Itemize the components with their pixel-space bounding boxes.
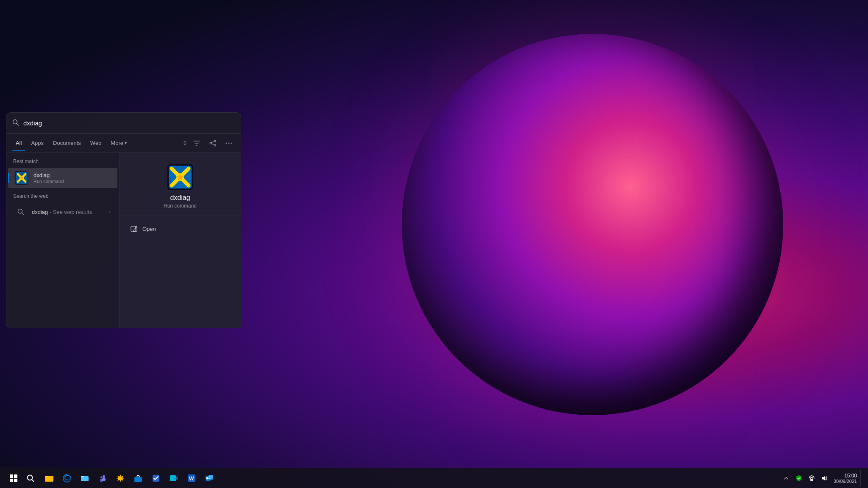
tray-chevron-up[interactable]: [780, 472, 792, 484]
svg-point-8: [228, 142, 230, 144]
app-detail: dxdiag Run command: [120, 152, 241, 216]
best-match-subtitle: Run command: [33, 179, 111, 184]
taskbar-app-file-explorer[interactable]: [41, 470, 58, 487]
desktop-orb: [402, 34, 783, 415]
app-detail-icon: [167, 164, 193, 190]
taskbar-app-clipchamp[interactable]: [165, 470, 182, 487]
web-search-icon: [15, 206, 27, 218]
filter-button[interactable]: [191, 137, 203, 149]
svg-rect-32: [102, 478, 106, 481]
search-web-text: dxdiag - See web results: [32, 209, 109, 215]
svg-line-24: [32, 480, 34, 482]
app-actions: Open: [120, 216, 241, 241]
svg-rect-26: [45, 476, 48, 477]
svg-rect-20: [14, 474, 17, 478]
open-icon: [130, 225, 138, 233]
open-action[interactable]: Open: [126, 222, 234, 236]
taskbar-search-button[interactable]: [22, 470, 39, 487]
app-detail-subtitle: Run command: [164, 203, 197, 209]
clock-area[interactable]: 15:00 30/09/2021: [830, 472, 860, 485]
tabs-row: All Apps Documents Web More ▾ 0: [6, 134, 241, 152]
svg-text:W: W: [189, 476, 194, 482]
taskbar-app-todo[interactable]: [147, 470, 164, 487]
search-web-item[interactable]: dxdiag - See web results ›: [8, 202, 117, 221]
svg-point-41: [206, 477, 209, 479]
taskbar-app-store[interactable]: [130, 470, 147, 487]
taskbar-app-outlook[interactable]: [201, 470, 218, 487]
filter-count: 0: [184, 140, 186, 146]
taskbar-app-photos[interactable]: [112, 470, 129, 487]
search-icon: [12, 119, 19, 128]
clock-time: 15:00: [844, 473, 857, 479]
search-input[interactable]: [23, 119, 235, 127]
svg-line-1: [17, 123, 19, 125]
desktop: All Apps Documents Web More ▾ 0: [0, 0, 868, 488]
tray-security-icon[interactable]: [793, 472, 805, 484]
svg-line-6: [211, 144, 214, 145]
taskbar-app-edge[interactable]: [58, 470, 75, 487]
svg-point-3: [210, 142, 211, 144]
show-desktop-button[interactable]: [860, 470, 863, 487]
best-match-item[interactable]: dxdiag Run command: [8, 168, 117, 188]
dxdiag-result-icon: [15, 171, 28, 185]
tray-volume-icon[interactable]: [818, 472, 830, 484]
open-label: Open: [142, 226, 156, 232]
search-bar: [6, 113, 241, 134]
svg-rect-35: [170, 475, 176, 481]
search-content: Best match: [6, 152, 241, 328]
tab-all[interactable]: All: [12, 138, 25, 148]
share-button[interactable]: [207, 137, 219, 149]
clock-date: 30/09/2021: [834, 479, 857, 484]
start-button[interactable]: [5, 470, 22, 487]
taskbar-app-teams[interactable]: [94, 470, 111, 487]
search-web-arrow: ›: [109, 209, 111, 215]
taskbar-app-word[interactable]: W: [183, 470, 200, 487]
taskbar-apps: W: [41, 470, 410, 487]
svg-point-7: [226, 142, 227, 144]
svg-point-29: [103, 475, 105, 478]
taskbar: W: [0, 468, 868, 488]
tab-documents[interactable]: Documents: [50, 138, 84, 148]
best-match-label: Best match: [6, 158, 119, 168]
taskbar-app-folder[interactable]: [76, 470, 93, 487]
tab-apps[interactable]: Apps: [28, 138, 47, 148]
svg-rect-19: [10, 474, 13, 478]
svg-rect-28: [81, 476, 84, 477]
app-detail-name: dxdiag: [170, 194, 190, 202]
left-panel: Best match: [6, 152, 120, 328]
svg-rect-22: [14, 479, 17, 482]
tab-more[interactable]: More ▾: [107, 138, 130, 148]
search-web-suffix: - See web results: [50, 209, 92, 215]
svg-point-30: [100, 476, 103, 478]
search-web-query: dxdiag - See web results: [32, 209, 109, 215]
best-match-name: dxdiag: [33, 172, 111, 178]
svg-point-9: [231, 142, 232, 144]
svg-point-2: [214, 140, 216, 142]
svg-line-5: [211, 141, 214, 143]
svg-point-4: [214, 144, 216, 146]
tray-network-icon[interactable]: [806, 472, 818, 484]
svg-line-14: [22, 213, 24, 215]
tabs-actions: 0: [184, 137, 235, 149]
system-tray: [780, 472, 830, 484]
svg-rect-42: [810, 479, 813, 481]
search-panel: All Apps Documents Web More ▾ 0: [6, 112, 241, 328]
more-options-button[interactable]: [223, 137, 235, 149]
search-web-section: Search the web dxdiag - See web results: [6, 193, 119, 221]
tab-web[interactable]: Web: [87, 138, 105, 148]
svg-rect-21: [10, 479, 13, 482]
right-panel: dxdiag Run command: [120, 152, 241, 328]
best-match-text: dxdiag Run command: [33, 172, 111, 184]
search-web-label: Search the web: [6, 193, 119, 202]
svg-rect-33: [134, 477, 142, 482]
chevron-down-icon: ▾: [125, 141, 127, 145]
